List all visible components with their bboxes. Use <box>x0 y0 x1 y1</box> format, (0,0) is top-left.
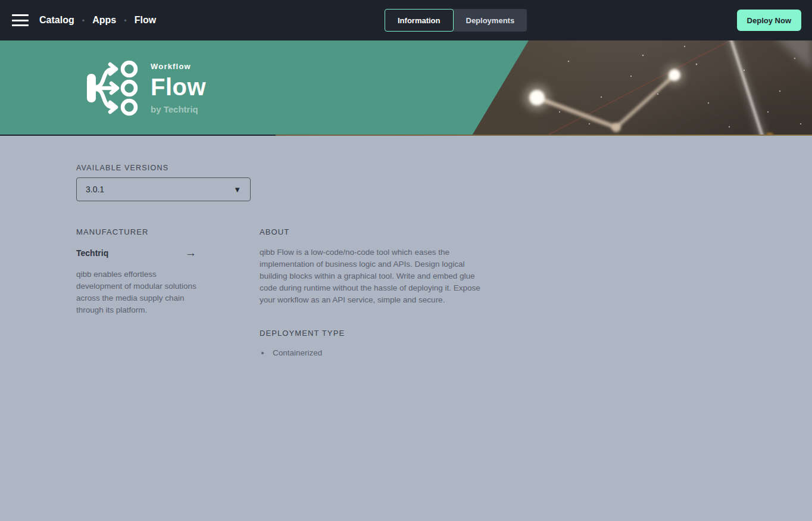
top-navbar: Catalog • Apps • Flow Information Deploy… <box>0 0 812 40</box>
manufacturer-link[interactable]: Techtriq → <box>76 247 196 258</box>
available-versions-section: AVAILABLE VERSIONS 3.0.1 ▼ <box>76 164 812 201</box>
breadcrumb-apps[interactable]: Apps <box>92 15 116 26</box>
manufacturer-heading: MANUFACTURER <box>76 227 196 236</box>
manufacturer-description: qibb enables effortless development of m… <box>76 269 196 316</box>
hero-text: Workflow Flow by Techtriq <box>151 62 206 114</box>
about-section: ABOUT qibb Flow is a low-code/no-code to… <box>260 227 493 357</box>
hero-category: Workflow <box>151 62 206 71</box>
workflow-app-icon <box>83 60 140 117</box>
hamburger-menu-icon[interactable] <box>12 14 29 26</box>
breadcrumb-catalog[interactable]: Catalog <box>39 15 74 26</box>
tab-deployments[interactable]: Deployments <box>452 9 527 32</box>
about-heading: ABOUT <box>260 227 493 236</box>
version-dropdown[interactable]: 3.0.1 ▼ <box>76 177 251 201</box>
tab-information[interactable]: Information <box>385 9 454 32</box>
arrow-right-icon: → <box>185 247 196 258</box>
manufacturer-name: Techtriq <box>76 248 108 258</box>
deploy-now-button[interactable]: Deploy Now <box>737 10 801 31</box>
deployment-type-item: Containerized <box>270 348 493 357</box>
page-title: Flow <box>151 74 206 101</box>
hero-content: Workflow Flow by Techtriq <box>83 40 206 136</box>
breadcrumb: Catalog • Apps • Flow <box>39 15 156 26</box>
chevron-down-icon: ▼ <box>233 185 241 194</box>
information-panel: AVAILABLE VERSIONS 3.0.1 ▼ MANUFACTURER … <box>0 136 812 357</box>
breadcrumb-flow: Flow <box>135 15 156 26</box>
about-text: qibb Flow is a low-code/no-code tool whi… <box>260 247 493 306</box>
available-versions-label: AVAILABLE VERSIONS <box>76 164 812 172</box>
hero-banner: Workflow Flow by Techtriq <box>0 40 812 136</box>
version-selected-value: 3.0.1 <box>86 185 104 194</box>
view-tabs: Information Deployments <box>385 9 527 32</box>
breadcrumb-separator-icon: • <box>124 16 127 25</box>
deployment-type-section: DEPLOYMENT TYPE Containerized <box>260 329 493 357</box>
deployment-type-heading: DEPLOYMENT TYPE <box>260 329 493 338</box>
deployment-type-list: Containerized <box>270 348 493 357</box>
hero-byline: by Techtriq <box>151 104 206 114</box>
manufacturer-section: MANUFACTURER Techtriq → qibb enables eff… <box>76 227 196 357</box>
breadcrumb-separator-icon: • <box>82 16 85 25</box>
